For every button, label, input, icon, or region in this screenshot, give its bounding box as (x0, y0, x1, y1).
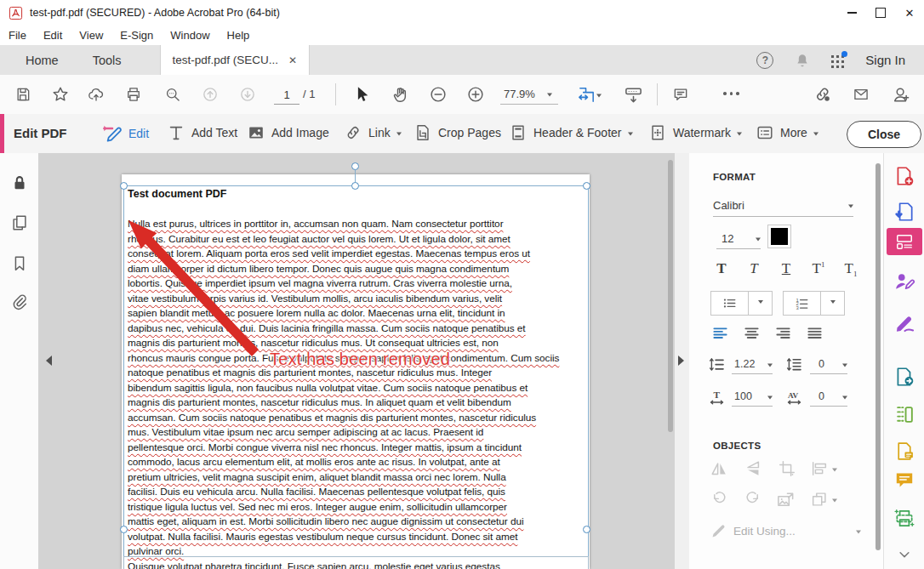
line-spacing-select[interactable]: 1.22 (732, 355, 773, 374)
fill-sign-icon[interactable] (884, 308, 924, 337)
comment-icon[interactable] (672, 86, 689, 103)
share-link-icon[interactable] (813, 85, 832, 104)
link-button[interactable]: Link (344, 123, 402, 142)
zoom-out-icon[interactable] (429, 85, 448, 104)
more-button[interactable]: More (756, 123, 818, 142)
maximize-button[interactable] (866, 1, 895, 26)
edit-tool-button[interactable]: Edit (100, 122, 149, 145)
removed-text-annotation[interactable]: Text has been removed (270, 350, 450, 369)
add-image-button[interactable]: Add Image (247, 123, 329, 142)
edit-pdf-tool-icon[interactable] (887, 228, 922, 255)
bulleted-list-caret-icon[interactable] (748, 292, 772, 315)
document-canvas[interactable]: Test document PDF Nulla est purus, ultri… (38, 153, 675, 569)
collapse-left-panel-icon[interactable] (46, 356, 52, 366)
zoom-level-value: 77.9% (504, 88, 535, 100)
scan-ocr-icon[interactable] (884, 400, 924, 429)
zoom-in-icon[interactable] (466, 85, 485, 104)
close-edit-button[interactable]: Close (847, 121, 921, 148)
fit-width-icon[interactable] (577, 85, 602, 105)
tab-document[interactable]: test-pdf.pdf (SECU... ✕ (160, 45, 311, 75)
more-tools-icon[interactable] (723, 92, 739, 95)
combine-files-icon[interactable] (884, 436, 924, 465)
export-pdf-icon[interactable] (884, 197, 924, 226)
hand-tool-icon[interactable] (391, 85, 410, 104)
print-icon[interactable] (125, 86, 142, 103)
menu-window[interactable]: Window (162, 29, 218, 42)
tab-home[interactable]: Home (9, 45, 76, 75)
create-pdf-icon[interactable] (884, 162, 924, 191)
horizontal-scale-caret-icon (767, 395, 773, 401)
underline-button[interactable]: T (774, 260, 798, 277)
replace-image-icon (776, 490, 796, 509)
panel-scrollbar[interactable] (876, 163, 881, 550)
align-justify-button[interactable] (807, 325, 823, 341)
select-tool-icon[interactable] (352, 85, 371, 104)
tab-document-label: test-pdf.pdf (SECU... (173, 54, 279, 66)
paragraph-spacing-value: 0 (818, 358, 824, 370)
main-toolbar: / 1 77.9% (0, 75, 924, 115)
font-size-select[interactable]: 12 (716, 228, 761, 249)
tab-close-icon[interactable]: ✕ (288, 54, 297, 66)
bookmarks-icon[interactable] (10, 254, 29, 273)
crop-pages-label: Crop Pages (438, 126, 501, 139)
menu-edit[interactable]: Edit (35, 29, 71, 42)
window-close-button[interactable] (895, 1, 924, 26)
superscript-button[interactable]: T1 (807, 260, 830, 277)
tab-bar: Home Tools test-pdf.pdf (SECU... ✕ Sign … (0, 45, 924, 75)
bulleted-list-control[interactable] (710, 291, 773, 316)
zoom-level-select[interactable]: 77.9% (500, 83, 558, 105)
font-family-select[interactable]: Calibri (713, 194, 853, 217)
attachments-icon[interactable] (10, 293, 29, 311)
acrobat-app-icon (9, 6, 23, 20)
print-production-icon[interactable] (884, 504, 924, 532)
italic-button[interactable]: T (742, 260, 766, 277)
menu-view[interactable]: View (71, 29, 111, 42)
app-grid-icon[interactable] (831, 54, 845, 67)
help-icon[interactable] (756, 52, 773, 69)
edit-pencil-icon (100, 122, 123, 145)
comment-tool-icon[interactable] (884, 465, 924, 494)
horizontal-scale-select[interactable]: 100 (732, 387, 773, 407)
share-pdf-icon[interactable] (884, 362, 924, 391)
bold-button[interactable]: T (710, 260, 733, 277)
edit-pdf-toolbar: Edit PDF Edit Add Text Add Image Link Cr… (0, 114, 924, 154)
align-left-button[interactable] (712, 325, 728, 341)
zoom-caret-icon (547, 93, 552, 99)
character-spacing-select[interactable]: 0 (810, 387, 847, 407)
share-with-people-icon[interactable] (892, 85, 910, 104)
paragraph-spacing-select[interactable]: 0 (810, 355, 847, 374)
email-icon[interactable] (853, 86, 870, 103)
line-spacing-icon (708, 356, 726, 373)
request-signatures-icon[interactable] (884, 267, 924, 296)
crop-pages-button[interactable]: Crop Pages (414, 123, 501, 142)
menu-esign[interactable]: E-Sign (111, 29, 162, 42)
header-footer-button[interactable]: Header & Footer (509, 123, 633, 142)
toolbar-visibility-icon[interactable] (624, 85, 643, 105)
page-thumbnails-icon[interactable] (10, 213, 29, 232)
security-lock-icon[interactable] (10, 174, 29, 192)
menu-file[interactable]: File (0, 29, 35, 42)
numbered-list-control[interactable] (783, 291, 845, 316)
font-color-swatch[interactable] (767, 225, 791, 248)
star-favorite-icon[interactable] (51, 85, 70, 104)
align-center-button[interactable] (744, 325, 760, 341)
collapse-right-panel-icon[interactable] (678, 356, 684, 366)
menu-help[interactable]: Help (219, 29, 259, 42)
crop-pages-icon (414, 123, 432, 142)
minimize-button[interactable] (837, 1, 866, 26)
align-right-button[interactable] (775, 325, 791, 341)
watermark-button[interactable]: Watermark (648, 123, 742, 142)
add-text-button[interactable]: Add Text (167, 123, 237, 142)
numbered-list-caret-icon[interactable] (820, 292, 844, 315)
document-scrollbar[interactable] (668, 160, 673, 432)
notifications-bell-icon[interactable] (794, 52, 811, 69)
sign-in-button[interactable]: Sign In (865, 53, 905, 67)
page-number-input[interactable] (274, 85, 299, 105)
tab-tools[interactable]: Tools (76, 45, 139, 75)
more-tools-chevron-icon[interactable] (884, 540, 924, 569)
search-icon[interactable] (164, 86, 181, 103)
share-upload-icon[interactable] (88, 86, 105, 103)
acrobat-window: test-pdf.pdf (SECURED) - Adobe Acrobat P… (0, 0, 924, 569)
save-icon[interactable] (14, 86, 31, 103)
subscript-button[interactable]: T1 (839, 260, 863, 278)
